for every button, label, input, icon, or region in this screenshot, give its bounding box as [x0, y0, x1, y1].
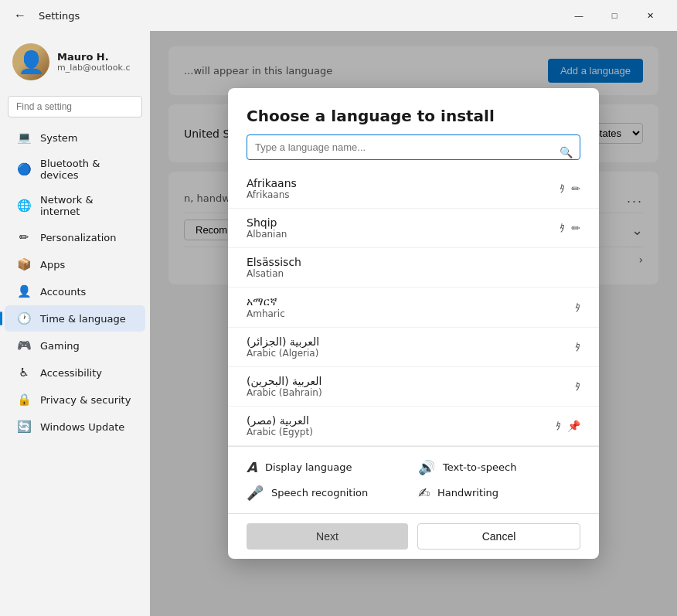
lang-text: العربية (البحرين) Arabic (Bahrain) — [247, 375, 575, 398]
lang-native: Elsässisch — [247, 256, 580, 268]
handwriting-label: Handwriting — [437, 487, 498, 499]
sidebar-item-label-accessibility: Accessibility — [40, 367, 102, 379]
avatar-name: Mauro H. — [57, 51, 130, 63]
lang-native: Shqip — [247, 216, 560, 229]
sidebar-item-label-network: Network & internet — [40, 194, 133, 217]
lang-native: አማርኛ — [247, 295, 575, 308]
sidebar-item-privacy[interactable]: 🔒 Privacy & security — [5, 386, 145, 413]
sidebar-item-system[interactable]: 💻 System — [5, 124, 145, 151]
accounts-icon: 👤 — [17, 284, 31, 298]
windows-update-icon: 🔄 — [17, 420, 31, 434]
dialog-header: Choose a language to install — [228, 88, 599, 134]
lang-icons: ﾀ — [575, 380, 580, 393]
sidebar-item-label-system: System — [40, 132, 77, 144]
lang-text: Afrikaans Afrikaans — [247, 177, 560, 200]
lang-icons: ﾀ 📌 — [556, 420, 580, 432]
sidebar-item-accessibility[interactable]: ♿ Accessibility — [5, 359, 145, 386]
dialog-options: A Display language 🔊 Text-to-speech 🎤 Sp… — [228, 446, 599, 513]
list-item[interactable]: العربية (مصر) Arabic (Egypt) ﾀ 📌 — [228, 407, 599, 446]
lang-text: አማርኛ Amharic — [247, 295, 575, 319]
sidebar-item-label-accounts: Accounts — [40, 286, 86, 298]
list-item[interactable]: العربية (البحرين) Arabic (Bahrain) ﾀ — [228, 367, 599, 407]
speech-recognition-option[interactable]: 🎤 Speech recognition — [247, 485, 409, 501]
speech-recognition-label: Speech recognition — [271, 487, 368, 499]
lang-english: Arabic (Algeria) — [247, 348, 575, 359]
gaming-icon: 🎮 — [17, 339, 31, 352]
dialog-footer: Next Cancel — [228, 513, 599, 559]
dialog-search-wrap: 🔍 — [228, 134, 599, 169]
window-title: Settings — [39, 10, 80, 22]
list-item[interactable]: አማርኛ Amharic ﾀ — [228, 288, 599, 328]
sidebar-item-personalization[interactable]: ✏️ Personalization — [5, 224, 145, 250]
sidebar-item-bluetooth[interactable]: 🔵 Bluetooth & devices — [5, 151, 145, 187]
search-icon: 🔍 — [560, 146, 573, 158]
sidebar-search-input[interactable] — [8, 96, 142, 117]
settings-window: ← Settings — □ ✕ 👤 Mauro H. m_lab@outloo… — [0, 0, 677, 616]
lang-english: Arabic (Bahrain) — [247, 387, 575, 398]
lang-icons: ﾀ ✏ — [560, 182, 580, 195]
language-search-input[interactable] — [247, 134, 580, 160]
lang-icons: ﾀ — [575, 341, 580, 353]
sidebar-item-label-windows-update: Windows Update — [40, 421, 124, 433]
font-icon: ﾀ — [556, 420, 561, 432]
sidebar-item-gaming[interactable]: 🎮 Gaming — [5, 332, 145, 359]
avatar-info: Mauro H. m_lab@outlook.c — [57, 51, 130, 73]
font-icon: ﾀ — [575, 380, 580, 393]
write-icon: ✏ — [571, 222, 580, 234]
display-language-icon: A — [247, 459, 257, 475]
title-bar: ← Settings — □ ✕ — [0, 0, 677, 31]
sidebar-item-network[interactable]: 🌐 Network & internet — [5, 188, 145, 223]
apps-icon: 📦 — [17, 257, 31, 271]
handwriting-icon: ✍️ — [418, 485, 430, 501]
privacy-icon: 🔒 — [17, 393, 31, 407]
language-list: Afrikaans Afrikaans ﾀ ✏ Shqip Alb — [228, 169, 599, 446]
lang-native: العربية (الجزائر) — [247, 335, 575, 348]
sidebar: 👤 Mauro H. m_lab@outlook.c 💻 System 🔵 Bl… — [0, 31, 150, 616]
write-icon: 📌 — [567, 420, 580, 432]
sidebar-item-label-personalization: Personalization — [40, 232, 117, 243]
title-bar-controls: — □ ✕ — [561, 3, 668, 28]
lang-english: Afrikaans — [247, 189, 560, 200]
language-dialog: Choose a language to install 🔍 Afrikaans… — [228, 88, 599, 559]
close-button[interactable]: ✕ — [632, 3, 668, 28]
handwriting-option[interactable]: ✍️ Handwriting — [418, 485, 580, 501]
list-item[interactable]: العربية (الجزائر) Arabic (Algeria) ﾀ — [228, 328, 599, 367]
bluetooth-icon: 🔵 — [17, 162, 31, 176]
next-button[interactable]: Next — [247, 523, 408, 550]
sidebar-item-apps[interactable]: 📦 Apps — [5, 251, 145, 277]
font-icon: ﾀ — [575, 301, 580, 314]
title-bar-left: ← Settings — [9, 5, 80, 26]
sidebar-item-accounts[interactable]: 👤 Accounts — [5, 278, 145, 305]
sidebar-item-windows-update[interactable]: 🔄 Windows Update — [5, 414, 145, 440]
lang-text: العربية (مصر) Arabic (Egypt) — [247, 414, 556, 437]
lang-text: Shqip Albanian — [247, 216, 560, 240]
text-to-speech-label: Text-to-speech — [443, 461, 516, 473]
display-language-label: Display language — [265, 461, 352, 473]
display-language-option[interactable]: A Display language — [247, 459, 409, 475]
font-icon: ﾀ — [560, 222, 565, 234]
font-icon: ﾀ — [560, 182, 565, 195]
text-to-speech-option[interactable]: 🔊 Text-to-speech — [418, 459, 580, 475]
back-button[interactable]: ← — [9, 5, 31, 26]
system-icon: 💻 — [17, 131, 31, 145]
accessibility-icon: ♿ — [17, 366, 31, 379]
lang-english: Albanian — [247, 229, 560, 240]
content-area: ...will appear in this language Add a la… — [150, 31, 677, 616]
lang-icons: ﾀ — [575, 301, 580, 314]
list-item[interactable]: Shqip Albanian ﾀ ✏ — [228, 209, 599, 248]
avatar-area: 👤 Mauro H. m_lab@outlook.c — [0, 37, 150, 93]
cancel-button[interactable]: Cancel — [417, 523, 580, 550]
maximize-button[interactable]: □ — [597, 3, 632, 28]
time-language-icon: 🕐 — [17, 311, 31, 325]
font-icon: ﾀ — [575, 341, 580, 353]
sidebar-item-time-language[interactable]: 🕐 Time & language — [5, 305, 145, 332]
sidebar-item-label-time-language: Time & language — [40, 313, 126, 325]
minimize-button[interactable]: — — [561, 3, 597, 28]
lang-english: Arabic (Egypt) — [247, 427, 556, 437]
list-item[interactable]: Afrikaans Afrikaans ﾀ ✏ — [228, 169, 599, 209]
lang-native: Afrikaans — [247, 177, 560, 189]
main-layout: 👤 Mauro H. m_lab@outlook.c 💻 System 🔵 Bl… — [0, 31, 677, 616]
lang-text: Elsässisch Alsatian — [247, 256, 580, 279]
dialog-title: Choose a language to install — [247, 107, 580, 125]
list-item[interactable]: Elsässisch Alsatian — [228, 248, 599, 288]
